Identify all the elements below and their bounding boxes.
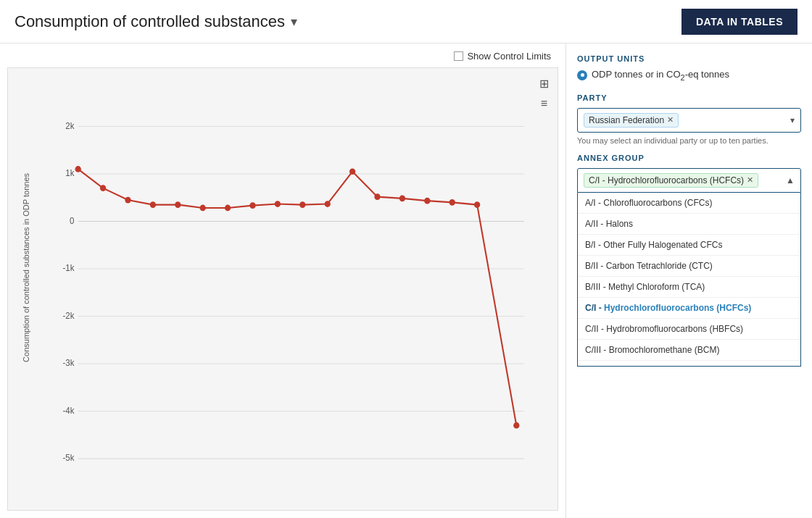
data-tables-button[interactable]: DATA IN TABLES	[682, 9, 798, 35]
chart-table-icon[interactable]: ⊞	[538, 75, 550, 92]
title-text: Consumption of controlled substances	[14, 12, 285, 31]
party-tag-close[interactable]: ✕	[667, 115, 674, 125]
svg-point-24	[275, 201, 281, 207]
main-content: Show Control Limits ⊞ ≡ Consumption of c…	[0, 43, 812, 518]
svg-point-22	[225, 205, 231, 212]
right-panel: OUTPUT UNITS ODP tonnes or in CO2-eq ton…	[566, 43, 812, 518]
svg-point-18	[125, 197, 130, 204]
annex-group-section: ANNEX GROUP C/I - Hydrochlorofluorocarbo…	[577, 154, 801, 367]
svg-text:-2k: -2k	[63, 311, 75, 320]
annex-item-c1[interactable]: C/I - Hydrochlorofluorocarbons (HCFCs)	[578, 298, 800, 319]
svg-text:2k: 2k	[65, 121, 74, 130]
svg-text:2020: 2020	[500, 465, 518, 467]
annex-item-b2[interactable]: B/II - Carbon Tetrachloride (CTC)	[578, 256, 800, 277]
show-control-checkbox[interactable]	[454, 51, 463, 61]
svg-point-33	[513, 422, 519, 429]
y-axis-label: Consumption of controlled substances in …	[22, 173, 30, 362]
svg-text:2007: 2007	[310, 465, 328, 467]
svg-point-19	[150, 201, 156, 208]
annex-selected-text: C/I - Hydrochlorofluorocarbons (HCFCs)	[589, 175, 744, 185]
annex-item-c3[interactable]: C/III - Bromochloromethane (BCM)	[578, 340, 800, 361]
annex-item-c1-highlight: Hydrochlorofluorocarbons (HCFCs)	[604, 303, 751, 313]
svg-text:-3k: -3k	[63, 358, 75, 367]
svg-point-29	[399, 196, 405, 202]
svg-text:2019: 2019	[460, 465, 478, 467]
svg-text:2005: 2005	[286, 465, 304, 467]
svg-text:1989: 1989	[86, 465, 104, 467]
svg-text:0: 0	[70, 216, 75, 225]
annex-selected-tag: C/I - Hydrochlorofluorocarbons (HCFCs) ✕	[584, 173, 758, 188]
annex-item-a2[interactable]: A/II - Halons	[578, 214, 800, 235]
party-section-label: PARTY	[577, 93, 801, 102]
party-chevron[interactable]: ▾	[790, 115, 795, 125]
svg-text:2015: 2015	[410, 465, 428, 467]
odp-option[interactable]: ODP tonnes or in CO2-eq tonnes	[577, 69, 801, 82]
chart-controls-bar: Show Control Limits	[7, 51, 558, 62]
svg-text:1999: 1999	[211, 465, 229, 467]
svg-point-16	[75, 166, 81, 172]
svg-text:2013: 2013	[386, 465, 404, 467]
svg-text:1k: 1k	[65, 168, 74, 177]
party-select-dropdown[interactable]: Russian Federation ✕ ▾	[577, 108, 801, 133]
annex-select-header[interactable]: C/I - Hydrochlorofluorocarbons (HCFCs) ✕…	[577, 168, 801, 193]
svg-point-21	[200, 205, 206, 212]
title-dropdown-arrow[interactable]: ▾	[291, 14, 297, 30]
chart-icon-group: ⊞ ≡	[538, 75, 550, 112]
show-control-label[interactable]: Show Control Limits	[454, 51, 551, 62]
show-control-text: Show Control Limits	[467, 51, 551, 62]
svg-point-30	[424, 198, 430, 204]
svg-text:-4k: -4k	[63, 406, 75, 415]
svg-text:2011: 2011	[360, 465, 378, 467]
page-title: Consumption of controlled substances ▾	[14, 12, 297, 31]
odp-option-text: ODP tonnes or in CO2-eq tonnes	[592, 69, 729, 82]
header: Consumption of controlled substances ▾ D…	[0, 0, 812, 43]
svg-point-32	[474, 201, 480, 208]
annex-item-c2[interactable]: C/II - Hydrobromofluorocarbons (HBFCs)	[578, 319, 800, 340]
annex-group-label: ANNEX GROUP	[577, 154, 801, 162]
svg-point-31	[450, 199, 455, 206]
svg-text:-1k: -1k	[63, 263, 75, 272]
svg-text:2009: 2009	[336, 465, 354, 467]
annex-tag-close[interactable]: ✕	[747, 175, 753, 185]
svg-text:-5k: -5k	[63, 453, 75, 462]
svg-point-27	[349, 168, 355, 175]
svg-point-17	[100, 185, 106, 191]
party-hint-text: You may select an individual party or up…	[577, 136, 801, 145]
odp-radio-dot[interactable]	[577, 70, 587, 80]
annex-chevron-up[interactable]: ▲	[786, 175, 795, 185]
chart-menu-icon[interactable]: ≡	[538, 96, 550, 112]
svg-text:2001: 2001	[236, 465, 254, 467]
svg-text:1986: 1986	[61, 465, 79, 467]
party-selected-tag: Russian Federation ✕	[584, 113, 679, 128]
chart-svg: 2k 1k 0 -1k -2k -3k -4k -5k	[48, 79, 547, 467]
annex-item-e1[interactable]: E/I - Methyl Bromide (MB)	[578, 361, 800, 367]
annex-item-b3[interactable]: B/III - Methyl Chloroform (TCA)	[578, 277, 800, 298]
svg-point-25	[299, 201, 305, 208]
svg-point-28	[374, 193, 380, 200]
svg-text:1991: 1991	[111, 465, 129, 467]
svg-text:1993: 1993	[136, 465, 154, 467]
output-units-label: OUTPUT UNITS	[577, 54, 801, 63]
annex-dropdown-list: A/I - Chlorofluorocarbons (CFCs) A/II - …	[577, 193, 801, 367]
output-units-section: OUTPUT UNITS ODP tonnes or in CO2-eq ton…	[577, 54, 801, 82]
chart-wrapper: ⊞ ≡ Consumption of controlled substances…	[7, 67, 558, 511]
svg-text:2017: 2017	[435, 465, 453, 467]
party-section: PARTY Russian Federation ✕ ▾ You may sel…	[577, 93, 801, 145]
annex-item-a1[interactable]: A/I - Chlorofluorocarbons (CFCs)	[578, 193, 800, 214]
svg-text:1997: 1997	[186, 465, 204, 467]
chart-area: Show Control Limits ⊞ ≡ Consumption of c…	[0, 43, 566, 518]
svg-text:1995: 1995	[161, 465, 179, 467]
svg-point-26	[325, 201, 331, 207]
svg-point-20	[175, 201, 181, 208]
party-selected-text: Russian Federation	[589, 115, 664, 125]
svg-text:2003: 2003	[261, 465, 279, 467]
svg-point-23	[249, 202, 255, 209]
annex-item-b1[interactable]: B/I - Other Fully Halogenated CFCs	[578, 235, 800, 256]
